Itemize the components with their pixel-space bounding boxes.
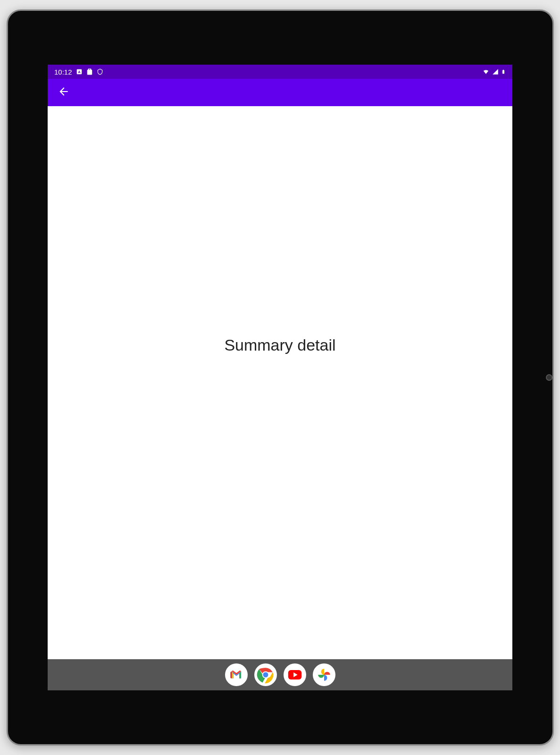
summary-detail-label: Summary detail xyxy=(224,336,335,354)
status-bar: 10:12 A xyxy=(48,65,512,79)
photos-app-icon[interactable] xyxy=(313,663,335,686)
status-bar-right xyxy=(482,68,506,76)
clipboard-icon xyxy=(86,68,93,75)
wifi-icon xyxy=(482,68,490,75)
status-bar-left: 10:12 A xyxy=(54,68,103,76)
keyboard-icon: A xyxy=(76,68,83,75)
youtube-app-icon[interactable] xyxy=(284,663,306,686)
chrome-app-icon[interactable] xyxy=(254,663,277,686)
svg-text:A: A xyxy=(78,70,81,74)
content-area: Summary detail xyxy=(48,106,512,659)
back-button[interactable] xyxy=(54,83,73,102)
action-bar xyxy=(48,79,512,106)
signal-icon xyxy=(492,68,499,75)
arrow-back-icon xyxy=(58,85,70,100)
status-time: 10:12 xyxy=(54,68,72,76)
nav-bar xyxy=(48,659,512,690)
tablet-frame: 10:12 A xyxy=(7,9,554,746)
screen: 10:12 A xyxy=(48,65,512,690)
security-icon xyxy=(97,68,103,75)
gmail-app-icon[interactable] xyxy=(225,663,248,686)
svg-point-4 xyxy=(263,672,268,678)
camera-dot xyxy=(546,374,552,381)
battery-icon xyxy=(501,68,506,76)
